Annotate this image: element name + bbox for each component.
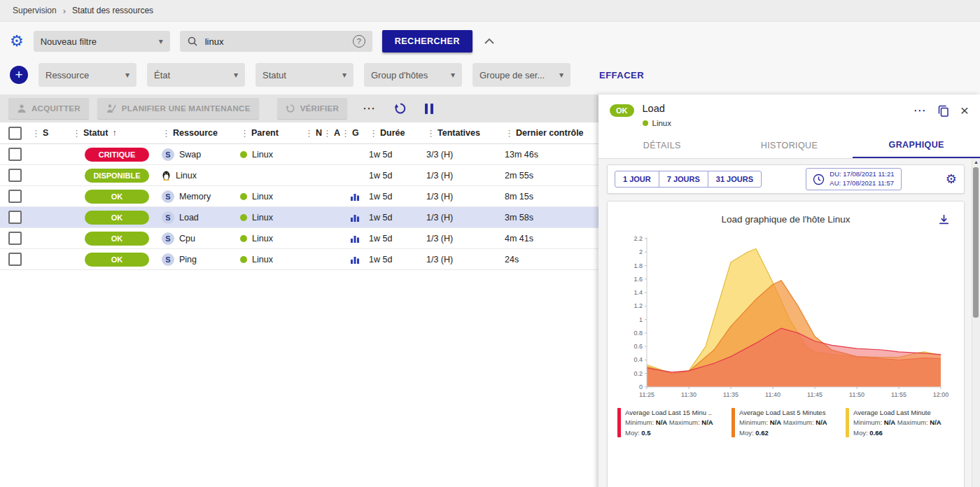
search-button[interactable]: RECHERCHER — [382, 30, 472, 52]
table-row[interactable]: OK S Ping Linux 1w 5d 1/3 (H) 24s — [0, 249, 598, 270]
kebab-icon[interactable]: ⋮ — [369, 128, 378, 139]
col-header-parent[interactable]: ⋮ Parent — [240, 128, 304, 139]
criteria-row: Ressource ▾État ▾Statut ▾Group d'hôtes ▾… — [38, 63, 570, 87]
graph-available-icon[interactable] — [350, 192, 360, 202]
row-checkbox[interactable] — [8, 232, 22, 245]
criteria-select[interactable]: Groupe de ser... ▾ — [472, 63, 570, 87]
help-icon[interactable]: ? — [353, 35, 365, 48]
chevron-down-icon: ▾ — [234, 70, 238, 80]
legend-item[interactable]: Average Load Last 15 Minu .. Minimum: N/… — [617, 408, 726, 438]
maintenance-button[interactable]: PLANIFIER UNE MAINTENANCE — [97, 98, 259, 119]
resource-name[interactable]: Ping — [179, 255, 197, 264]
breadcrumb-section[interactable]: Supervision — [13, 6, 57, 15]
kebab-icon[interactable]: ⋮ — [72, 128, 81, 139]
range-button-31-jours[interactable]: 31 JOURS — [708, 171, 762, 188]
parent-status-dot — [240, 151, 247, 158]
resource-name[interactable]: Load — [179, 213, 199, 223]
panel-more-icon[interactable]: ⋯ — [913, 103, 927, 118]
add-criteria-button[interactable]: + — [10, 66, 28, 84]
resource-name[interactable]: Linux — [176, 171, 197, 181]
filter-settings-gear-icon[interactable]: ⚙ — [10, 34, 24, 49]
criteria-select[interactable]: Statut ▾ — [255, 63, 354, 87]
row-checkbox[interactable] — [8, 190, 22, 203]
col-header-status[interactable]: ⋮ Statut ↑ — [72, 128, 162, 139]
col-header-duration[interactable]: ⋮ Durée — [369, 128, 426, 139]
tab-dtails[interactable]: DÉTAILS — [598, 133, 726, 158]
kebab-icon[interactable]: ⋮ — [240, 128, 249, 139]
parent-name[interactable]: Linux — [252, 213, 273, 223]
scrollbar-thumb[interactable] — [973, 167, 979, 318]
table-row[interactable]: DISPONIBLE Linux 1w 5d 1/3 (H) 2m 55s — [0, 165, 598, 186]
col-header-g[interactable]: ⋮ G — [341, 128, 369, 139]
col-header-n[interactable]: ⋮ N — [304, 128, 323, 139]
check-button[interactable]: VÉRIFIER — [277, 98, 347, 119]
kebab-icon[interactable]: ⋮ — [162, 128, 171, 139]
graph-available-icon[interactable] — [350, 255, 360, 264]
parent-name[interactable]: Linux — [252, 150, 273, 160]
criteria-select[interactable]: Ressource ▾ — [38, 63, 136, 87]
kebab-icon[interactable]: ⋮ — [426, 128, 435, 139]
copy-link-icon[interactable] — [938, 105, 949, 117]
close-panel-icon[interactable]: × — [960, 104, 969, 117]
table-row[interactable]: OK S Load Linux 1w 5d 1/3 (H) 3m 58s — [0, 207, 598, 228]
status-badge: DISPONIBLE — [85, 169, 149, 183]
criteria-select[interactable]: État ▾ — [147, 63, 245, 87]
more-actions-icon[interactable]: ⋯ — [363, 101, 376, 116]
range-button-7-jours[interactable]: 7 JOURS — [659, 171, 708, 188]
table-row[interactable]: OK S Memory Linux 1w 5d 1/3 (H) 8m 15s — [0, 186, 598, 207]
kebab-icon[interactable]: ⋮ — [304, 128, 314, 139]
kebab-icon[interactable]: ⋮ — [31, 128, 41, 139]
breadcrumb-separator-icon: › — [63, 6, 66, 16]
legend-item[interactable]: Average Load Last 5 Minutes Minimum: N/A… — [732, 408, 840, 438]
tab-graphique[interactable]: GRAPHIQUE — [853, 133, 980, 158]
refresh-icon[interactable] — [394, 102, 407, 115]
parent-name[interactable]: Linux — [252, 255, 273, 264]
tab-historique[interactable]: HISTORIQUE — [726, 133, 853, 158]
resource-name[interactable]: Memory — [179, 192, 211, 202]
row-checkbox[interactable] — [8, 211, 22, 224]
kebab-icon[interactable]: ⋮ — [341, 128, 350, 139]
graph-available-icon[interactable] — [350, 234, 360, 244]
parent-name[interactable]: Linux — [252, 234, 273, 244]
col-header-resource[interactable]: ⋮ Ressource — [162, 128, 240, 139]
row-checkbox[interactable] — [8, 253, 22, 266]
parent-name[interactable]: Linux — [252, 192, 273, 202]
col-header-a[interactable]: ⋮ A — [323, 128, 341, 139]
table-row[interactable]: CRITIQUE S Swap Linux 1w 5d 3/3 (H) 13m … — [0, 144, 598, 165]
acknowledge-button[interactable]: ACQUITTER — [8, 98, 89, 119]
row-checkbox[interactable] — [8, 148, 22, 161]
svg-text:12:00: 12:00 — [932, 391, 948, 398]
chart-legend: Average Load Last 15 Minu .. Minimum: N/… — [612, 407, 960, 444]
sort-asc-icon[interactable]: ↑ — [112, 128, 116, 138]
range-button-1-jour[interactable]: 1 JOUR — [615, 171, 659, 188]
graph-available-icon[interactable] — [350, 213, 360, 223]
col-header-severity[interactable]: ⋮ S — [31, 128, 72, 139]
search-input[interactable] — [204, 36, 347, 48]
svg-text:1.2: 1.2 — [634, 302, 643, 309]
resource-name[interactable]: Swap — [179, 150, 201, 160]
resource-name[interactable]: Cpu — [179, 234, 195, 244]
col-header-tries[interactable]: ⋮ Tentatives — [426, 128, 505, 139]
parent-status-dot — [240, 235, 247, 242]
row-checkbox[interactable] — [8, 169, 22, 182]
search-box[interactable]: ? — [180, 31, 372, 52]
collapse-filters-icon[interactable] — [484, 38, 495, 45]
kebab-icon[interactable]: ⋮ — [505, 128, 514, 139]
col-header-last-check[interactable]: ⋮ Dernier contrôle — [505, 128, 598, 139]
criteria-select[interactable]: Group d'hôtes ▾ — [364, 63, 462, 87]
table-row[interactable]: OK S Cpu Linux 1w 5d 1/3 (H) 4m 41s — [0, 228, 598, 249]
clock-icon — [813, 174, 825, 185]
panel-scrollbar[interactable]: ▲ — [972, 159, 980, 487]
download-graph-icon[interactable] — [938, 213, 950, 227]
legend-item[interactable]: Average Load Last Minute Minimum: N/A Ma… — [846, 408, 954, 438]
panel-parent-name[interactable]: Linux — [652, 119, 672, 127]
pause-icon[interactable] — [425, 104, 433, 114]
scroll-up-icon[interactable]: ▲ — [972, 160, 980, 164]
kebab-icon[interactable]: ⋮ — [323, 128, 332, 139]
date-range-picker[interactable]: DU: 17/08/2021 11:21 AU: 17/08/2021 11:5… — [806, 168, 901, 190]
select-all-checkbox[interactable] — [8, 127, 22, 140]
clear-filters-button[interactable]: EFFACER — [599, 70, 644, 80]
saved-filter-select[interactable]: Nouveau filtre ▾ — [34, 31, 170, 52]
legend-color-bar — [732, 408, 735, 437]
graph-settings-gear-icon[interactable]: ⚙ — [946, 171, 957, 187]
